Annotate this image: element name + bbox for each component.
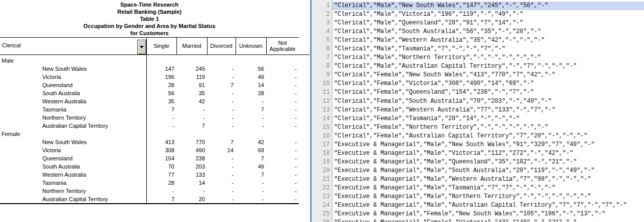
line-text: "Clerical","Male","Northern Territory","… bbox=[334, 54, 541, 61]
editor-line[interactable]: 1"Clerical","Male","New South Wales","14… bbox=[332, 2, 644, 10]
editor-line[interactable]: 9"Clerical","Female","New South Wales","… bbox=[332, 71, 644, 79]
value-cell: 196 bbox=[146, 74, 176, 80]
editor-line[interactable]: 26"Executive & Managerial","Female","Vic… bbox=[332, 218, 644, 222]
row-label: Western Australia bbox=[0, 98, 146, 104]
line-number: 7 bbox=[312, 53, 330, 62]
editor-line[interactable]: 7"Clerical","Male","Northern Territory",… bbox=[332, 53, 644, 62]
dropdown-arrow-button[interactable] bbox=[137, 40, 146, 54]
line-number: 13 bbox=[312, 106, 330, 115]
value-cell: - bbox=[207, 172, 236, 178]
value-cell: 35 bbox=[176, 90, 207, 96]
table-row: Queensland154238-7- bbox=[0, 154, 299, 162]
editor-line[interactable]: 25"Executive & Managerial","Female","New… bbox=[332, 210, 644, 218]
editor-line[interactable]: 23"Executive & Managerial","Male","North… bbox=[332, 192, 644, 201]
value-cell: 14 bbox=[236, 82, 266, 88]
value-cell: 35 bbox=[146, 98, 176, 104]
editor-line[interactable]: 18"Executive & Managerial","Male","Victo… bbox=[332, 149, 644, 158]
value-cell: - bbox=[266, 123, 299, 129]
line-text: "Executive & Managerial","Male","New Sou… bbox=[334, 141, 595, 148]
editor-line[interactable]: 3"Clerical","Male","Queensland","28","91… bbox=[332, 19, 644, 27]
title-line: Space-Time Research bbox=[0, 1, 299, 8]
line-text: "Clerical","Female","New South Wales","4… bbox=[334, 71, 555, 78]
editor-line[interactable]: 24"Executive & Managerial","Male","Austr… bbox=[332, 201, 644, 210]
editor-line[interactable]: 20"Executive & Managerial","Male","South… bbox=[332, 166, 644, 175]
title-line: Occupation by Gender and Area by Marital… bbox=[0, 22, 299, 30]
table-row: Victoria3084901469- bbox=[0, 146, 299, 154]
value-cell: - bbox=[266, 82, 299, 88]
value-cell: - bbox=[236, 196, 266, 202]
line-number: 3 bbox=[312, 19, 330, 27]
editor-line[interactable]: 19"Executive & Managerial","Male","Queen… bbox=[332, 158, 644, 166]
line-number: 20 bbox=[312, 166, 330, 175]
title-line: Table 1 bbox=[0, 15, 299, 22]
line-text: "Executive & Managerial","Male","Tasmani… bbox=[334, 184, 555, 191]
supertable-report-panel: Space-Time Research Retail Banking (Samp… bbox=[0, 0, 310, 222]
value-cell: 154 bbox=[146, 155, 176, 161]
row-label: Tasmania bbox=[0, 106, 146, 113]
row-label: New South Wales bbox=[0, 66, 146, 72]
table-body: MaleNew South Wales147245-56-Victoria196… bbox=[0, 57, 299, 203]
line-number: 9 bbox=[312, 71, 330, 79]
editor-line[interactable]: 14"Clerical","Female","Tasmania","28","1… bbox=[332, 115, 644, 123]
editor-line[interactable]: 22"Executive & Managerial","Male","Tasma… bbox=[332, 184, 644, 192]
line-number: 11 bbox=[312, 88, 330, 97]
line-number: 22 bbox=[312, 184, 330, 192]
value-cell: - bbox=[176, 188, 207, 194]
value-cell: 119 bbox=[176, 74, 207, 80]
line-text: "Clerical","Male","Victoria","196","119"… bbox=[334, 11, 523, 18]
editor-line[interactable]: 13"Clerical","Female","Western Australia… bbox=[332, 106, 644, 115]
value-cell: 7 bbox=[146, 196, 176, 202]
group-label: Female bbox=[0, 131, 146, 137]
row-label: Northern Territory bbox=[0, 115, 146, 121]
editor-line[interactable]: 8"Clerical","Male","Australian Capital T… bbox=[332, 62, 644, 71]
row-label: Western Australia bbox=[0, 172, 146, 178]
table-row: Queensland2891714- bbox=[0, 81, 299, 89]
group-header-row: Male bbox=[0, 57, 299, 65]
editor-line[interactable]: 16"Clerical","Female","Australian Capita… bbox=[332, 132, 644, 141]
table-row: Victoria196119-49- bbox=[0, 73, 299, 81]
value-cell: 7 bbox=[207, 82, 236, 88]
value-cell: - bbox=[266, 90, 299, 96]
csv-editor-panel[interactable]: 1"Clerical","Male","New South Wales","14… bbox=[310, 0, 644, 222]
column-header-married: Married bbox=[176, 43, 207, 49]
value-cell: - bbox=[207, 90, 236, 96]
editor-lines[interactable]: 1"Clerical","Male","New South Wales","14… bbox=[310, 0, 644, 222]
column-header-not-applicable: Not Applicable bbox=[266, 40, 299, 52]
table-row: New South Wales147245-56- bbox=[0, 65, 299, 73]
editor-line[interactable]: 2"Clerical","Male","Victoria","196","119… bbox=[332, 10, 644, 19]
group-label: Male bbox=[0, 58, 146, 64]
value-cell: 770 bbox=[176, 139, 207, 145]
row-label: Northern Territory bbox=[0, 188, 146, 194]
value-cell: 7 bbox=[236, 172, 266, 178]
line-text: "Clerical","Male","Queensland","28","91"… bbox=[334, 19, 523, 26]
line-text: "Clerical","Male","Australian Capital Te… bbox=[334, 63, 577, 70]
editor-line[interactable]: 11"Clerical","Female","Queensland","154"… bbox=[332, 88, 644, 97]
line-text: "Clerical","Female","Victoria","308","49… bbox=[334, 80, 534, 87]
editor-line[interactable]: 6"Clerical","Male","Tasmania","7","-","-… bbox=[332, 45, 644, 53]
value-cell: 20 bbox=[176, 196, 207, 202]
editor-line[interactable]: 5"Clerical","Male","Western Australia","… bbox=[332, 36, 644, 45]
value-cell: 308 bbox=[146, 147, 176, 153]
line-number: 16 bbox=[312, 132, 330, 141]
line-text: "Clerical","Female","Northern Territory"… bbox=[334, 124, 548, 131]
value-cell: 413 bbox=[146, 139, 176, 145]
line-text: "Clerical","Female","Western Australia",… bbox=[334, 106, 555, 114]
line-number: 23 bbox=[312, 192, 330, 201]
value-cell: 28 bbox=[146, 82, 176, 88]
line-text: "Clerical","Female","South Australia","7… bbox=[334, 98, 552, 105]
line-number: 18 bbox=[312, 149, 330, 158]
table-row: Northern Territory----- bbox=[0, 187, 299, 195]
line-text: "Executive & Managerial","Male","Queensl… bbox=[334, 158, 577, 165]
editor-line[interactable]: 4"Clerical","Male","South Australia","56… bbox=[332, 27, 644, 36]
occupation-dropdown[interactable]: Clerical bbox=[2, 42, 21, 48]
editor-line[interactable]: 17"Executive & Managerial","Male","New S… bbox=[332, 141, 644, 149]
column-header-single: Single bbox=[146, 43, 176, 49]
editor-line[interactable]: 12"Clerical","Female","South Australia",… bbox=[332, 97, 644, 106]
editor-line[interactable]: 10"Clerical","Female","Victoria","308","… bbox=[332, 79, 644, 88]
row-label: South Australia bbox=[0, 163, 146, 170]
editor-line[interactable]: 21"Executive & Managerial","Male","Weste… bbox=[332, 175, 644, 184]
value-cell: - bbox=[266, 66, 299, 72]
column-header-row: Single Married Divorced Unknown Not Appl… bbox=[146, 37, 299, 54]
table-row: Northern Territory----- bbox=[0, 114, 299, 122]
editor-line[interactable]: 15"Clerical","Female","Northern Territor… bbox=[332, 123, 644, 132]
